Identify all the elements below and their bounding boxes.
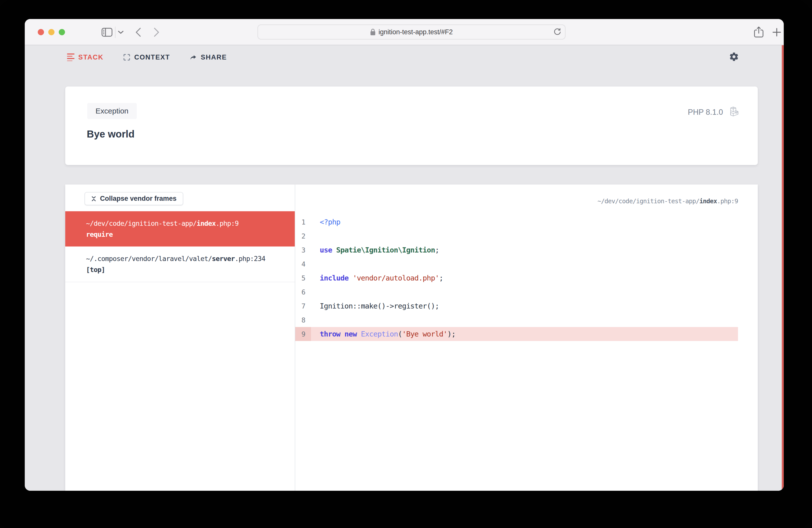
frame-path-file: server	[212, 255, 235, 263]
chevron-down-icon	[118, 30, 124, 34]
share-page-button[interactable]	[752, 19, 765, 45]
line-number: 7	[295, 299, 311, 313]
url-text: ignition-test-app.test/#F2	[378, 28, 453, 36]
line-number: 1	[295, 215, 311, 229]
code-line: 7Ignition::make()->register();	[295, 299, 738, 313]
code-token: throw new	[320, 330, 361, 338]
code-line: 2	[295, 229, 738, 243]
code-lines: 1<?php23use Spatie\Ignition\Ignition;45i…	[295, 215, 738, 341]
collapse-vendor-frames-button[interactable]: Collapse vendor frames	[85, 192, 183, 205]
code-token: <?php	[320, 218, 340, 226]
code-text	[311, 313, 738, 327]
code-token: ;	[435, 246, 439, 254]
frame-path-prefix: ~/.composer/vendor/laravel/valet/	[86, 255, 212, 263]
frame-file-path: ~/.composer/vendor/laravel/valet/server.…	[86, 255, 289, 263]
sidebar-toggle-button[interactable]	[101, 19, 113, 45]
exception-class-badge: Exception	[87, 103, 137, 119]
forward-button[interactable]	[151, 19, 162, 45]
gear-icon	[729, 52, 739, 62]
code-text: use Spatie\Ignition\Ignition;	[311, 243, 738, 257]
exception-card: Exception Bye world PHP 8.1.0	[65, 87, 758, 165]
code-token: use	[320, 246, 336, 254]
code-snippet-panel: ~/dev/code/ignition-test-app/index.php:9…	[295, 185, 758, 491]
tab-share[interactable]: SHARE	[189, 54, 227, 61]
settings-button[interactable]	[729, 52, 740, 63]
stack-list-icon	[67, 54, 74, 61]
code-token: Exception	[361, 330, 398, 338]
code-text: throw new Exception('Bye world');	[311, 327, 738, 341]
code-path-suffix: .php:9	[717, 197, 738, 205]
line-number: 5	[295, 271, 311, 285]
address-bar[interactable]: ignition-test-app.test/#F2	[258, 25, 566, 40]
php-version-label: PHP 8.1.0	[688, 108, 723, 117]
stack-frame-list: ~/dev/code/ignition-test-app/index.php:9…	[65, 211, 295, 282]
browser-window: ignition-test-app.test/#F2	[25, 19, 784, 491]
plus-icon	[772, 28, 781, 37]
stack-frame-active[interactable]: ~/dev/code/ignition-test-app/index.php:9…	[65, 211, 295, 247]
stack-frames-panel: Collapse vendor frames ~/dev/code/igniti…	[65, 185, 295, 491]
code-token: );	[447, 330, 455, 338]
tab-stack[interactable]: STACK	[67, 54, 103, 61]
line-number: 4	[295, 257, 311, 271]
code-text	[311, 285, 738, 299]
context-brackets-icon	[123, 54, 130, 61]
line-number: 8	[295, 313, 311, 327]
screenshot-canvas: ignition-test-app.test/#F2	[0, 0, 812, 528]
close-window-button[interactable]	[38, 29, 44, 35]
code-path-file: index	[699, 197, 717, 205]
page-scrollbar[interactable]	[782, 45, 784, 491]
code-file-path: ~/dev/code/ignition-test-app/index.php:9	[597, 197, 738, 205]
tab-stack-label: STACK	[78, 54, 103, 61]
frame-path-suffix: .php:234	[235, 255, 265, 263]
tab-context-label: CONTEXT	[134, 54, 170, 61]
code-text: <?php	[311, 215, 738, 229]
code-line: 8	[295, 313, 738, 327]
code-line: 3use Spatie\Ignition\Ignition;	[295, 243, 738, 257]
code-token: 'Bye world'	[402, 330, 447, 338]
share-arrow-icon	[189, 54, 197, 61]
toolbar-separator	[115, 27, 116, 38]
window-controls	[38, 29, 65, 35]
code-line: 4	[295, 257, 738, 271]
php-version: PHP 8.1.0	[688, 106, 739, 118]
code-text: include 'vendor/autoload.php';	[311, 271, 738, 285]
reload-icon	[553, 28, 561, 36]
code-path-prefix: ~/dev/code/ignition-test-app/	[597, 197, 699, 205]
code-line: 6	[295, 285, 738, 299]
sidebar-dropdown-button[interactable]	[116, 19, 125, 45]
exception-message: Bye world	[87, 129, 134, 140]
tab-context[interactable]: CONTEXT	[123, 54, 170, 61]
frame-path-prefix: ~/dev/code/ignition-test-app/	[86, 220, 197, 227]
stack-frame[interactable]: ~/.composer/vendor/laravel/valet/server.…	[65, 247, 295, 282]
code-token: (	[398, 330, 402, 338]
line-number: 3	[295, 243, 311, 257]
page-content: STACK CONTEXT SHARE	[25, 45, 784, 491]
reload-button[interactable]	[553, 28, 561, 36]
frame-method: require	[86, 231, 289, 238]
code-line: 5include 'vendor/autoload.php';	[295, 271, 738, 285]
share-icon	[754, 27, 764, 38]
code-line-highlighted: 9throw new Exception('Bye world');	[295, 327, 738, 341]
chevron-right-icon	[154, 28, 160, 37]
back-button[interactable]	[133, 19, 144, 45]
ignition-nav: STACK CONTEXT SHARE	[67, 50, 740, 65]
code-token: 'vendor/autoload.php'	[353, 274, 439, 282]
sidebar-icon	[102, 28, 113, 37]
address-bar-content: ignition-test-app.test/#F2	[370, 28, 453, 36]
frame-method: [top]	[86, 266, 289, 274]
collapse-vendor-frames-label: Collapse vendor frames	[100, 195, 176, 203]
laravel-icon	[728, 106, 739, 118]
new-tab-button[interactable]	[770, 19, 783, 45]
line-number: 9	[295, 327, 311, 341]
code-token: ;	[439, 274, 443, 282]
chevron-left-icon	[135, 28, 141, 37]
zoom-window-button[interactable]	[59, 29, 65, 35]
frame-path-file: index	[197, 220, 216, 227]
tab-share-label: SHARE	[201, 54, 227, 61]
lock-icon	[370, 29, 376, 35]
code-text: Ignition::make()->register();	[311, 299, 738, 313]
code-text	[311, 257, 738, 271]
browser-toolbar: ignition-test-app.test/#F2	[25, 19, 784, 45]
minimize-window-button[interactable]	[48, 29, 55, 35]
code-token: Spatie\Ignition\Ignition	[336, 246, 435, 254]
